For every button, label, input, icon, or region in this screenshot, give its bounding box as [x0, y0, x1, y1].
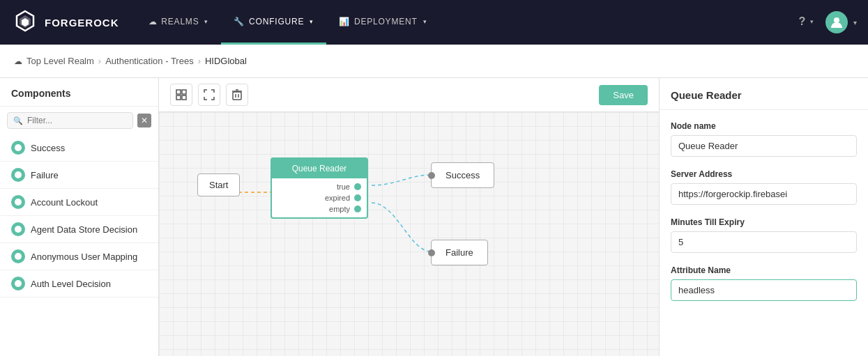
logo[interactable]: FORGEROCK: [11, 8, 119, 36]
anon-dot: [11, 249, 25, 263]
filter-input-wrap: 🔍: [7, 112, 133, 129]
svg-rect-4: [176, 90, 181, 94]
svg-point-3: [834, 17, 839, 23]
attribute-name-input[interactable]: [671, 279, 857, 301]
server-address-group: Server Address: [671, 169, 857, 205]
failure-input-dot: [428, 249, 435, 256]
panel-body: Node name Server Address Minutes Till Ex…: [660, 110, 868, 325]
sidebar-item-anonymous-user[interactable]: Anonymous User Mapping: [0, 243, 158, 270]
svg-rect-6: [176, 95, 181, 100]
canvas-area: Save Start Queue Reader true: [159, 78, 659, 356]
canvas[interactable]: Start Queue Reader true expired empty: [159, 112, 659, 356]
cloud-icon: ☁: [14, 56, 22, 66]
nav-realms[interactable]: ☁ REALMS ▾: [136, 0, 222, 45]
save-button[interactable]: Save: [599, 85, 648, 105]
server-address-input[interactable]: [671, 183, 857, 205]
agent-dot: [11, 222, 25, 236]
output-dot-empty: [354, 206, 361, 212]
chevron-down-icon: ▾: [810, 18, 814, 25]
cloud-icon: ☁: [149, 17, 158, 26]
chevron-down-icon: ▾: [204, 18, 208, 25]
node-outputs: true expired empty: [272, 178, 367, 217]
sidebar-filter-area: 🔍 ✕: [0, 107, 158, 134]
sidebar-item-failure[interactable]: Failure: [0, 162, 158, 189]
delete-icon: [232, 89, 242, 100]
right-panel: Queue Reader Node name Server Address Mi…: [659, 78, 868, 356]
sidebar-item-auth-level[interactable]: Auth Level Decision: [0, 270, 158, 297]
breadcrumb-sep-2: ›: [198, 56, 201, 66]
sidebar-header: Components: [0, 78, 158, 107]
success-input-dot: [428, 172, 435, 179]
breadcrumb-realm[interactable]: ☁ Top Level Realm: [14, 56, 94, 66]
breadcrumb: ☁ Top Level Realm › Authentication - Tre…: [0, 45, 868, 78]
failure-dot: [11, 168, 25, 182]
deploy-icon: 📊: [339, 17, 350, 26]
server-address-label: Server Address: [671, 169, 857, 179]
panel-title: Queue Reader: [660, 78, 868, 110]
logo-icon: [11, 8, 39, 36]
svg-rect-7: [182, 95, 186, 100]
connections-svg: [159, 112, 659, 356]
arrange-button[interactable]: [170, 84, 192, 106]
arrange-icon: [176, 89, 187, 100]
minutes-expiry-group: Minutes Till Expiry: [671, 217, 857, 253]
attribute-name-label: Attribute Name: [671, 265, 857, 275]
attribute-name-group: Attribute Name: [671, 265, 857, 301]
chevron-down-icon: ▾: [423, 18, 427, 25]
output-empty: empty: [277, 205, 361, 213]
node-success[interactable]: Success: [431, 162, 494, 188]
top-nav: FORGEROCK ☁ REALMS ▾ 🔧 CONFIGURE ▾ 📊 DEP…: [0, 0, 868, 45]
help-icon: ?: [799, 15, 807, 28]
chevron-down-icon: ▾: [853, 19, 857, 26]
search-icon: 🔍: [13, 116, 23, 125]
node-queue-reader-title: Queue Reader: [272, 159, 367, 178]
sidebar-item-account-lockout[interactable]: Account Lockout: [0, 189, 158, 216]
expand-button[interactable]: [198, 84, 220, 106]
breadcrumb-current: HIDGlobal: [205, 56, 247, 66]
auth-dot: [11, 277, 25, 291]
breadcrumb-section[interactable]: Authentication - Trees: [105, 56, 193, 66]
svg-rect-5: [182, 90, 186, 94]
output-true: true: [277, 183, 361, 191]
output-expired: expired: [277, 194, 361, 202]
nav-deployment[interactable]: 📊 DEPLOYMENT ▾: [326, 0, 439, 45]
node-failure[interactable]: Failure: [431, 240, 488, 265]
breadcrumb-sep-1: ›: [98, 56, 101, 66]
nav-help[interactable]: ? ▾: [793, 0, 820, 45]
expand-icon: [204, 89, 215, 100]
sidebar-item-agent-data-store[interactable]: Agent Data Store Decision: [0, 216, 158, 243]
logo-text: FORGEROCK: [45, 17, 119, 29]
minutes-expiry-input[interactable]: [671, 231, 857, 253]
success-dot: [11, 141, 25, 155]
minutes-expiry-label: Minutes Till Expiry: [671, 217, 857, 227]
nav-items: ☁ REALMS ▾ 🔧 CONFIGURE ▾ 📊 DEPLOYMENT ▾: [136, 0, 793, 45]
avatar[interactable]: [825, 11, 848, 33]
lockout-dot: [11, 195, 25, 209]
sidebar-item-success[interactable]: Success: [0, 134, 158, 162]
node-name-label: Node name: [671, 121, 857, 131]
chevron-down-icon: ▾: [310, 18, 314, 25]
search-input[interactable]: [27, 116, 127, 125]
sidebar: Components 🔍 ✕ Success Failure Account L…: [0, 78, 159, 356]
output-dot-true: [354, 183, 361, 190]
wrench-icon: 🔧: [234, 17, 245, 26]
node-queue-reader[interactable]: Queue Reader true expired empty: [271, 157, 368, 219]
output-dot-expired: [354, 194, 361, 201]
delete-button[interactable]: [226, 84, 248, 106]
node-start[interactable]: Start: [197, 173, 240, 196]
node-name-group: Node name: [671, 121, 857, 157]
node-name-input[interactable]: [671, 135, 857, 157]
main-layout: Components 🔍 ✕ Success Failure Account L…: [0, 78, 868, 356]
user-icon: [830, 16, 843, 29]
nav-configure[interactable]: 🔧 CONFIGURE ▾: [221, 0, 326, 45]
nav-right: ? ▾ ▾: [793, 0, 857, 45]
canvas-toolbar: Save: [159, 78, 659, 112]
filter-clear-button[interactable]: ✕: [137, 114, 151, 127]
svg-rect-8: [233, 92, 241, 100]
